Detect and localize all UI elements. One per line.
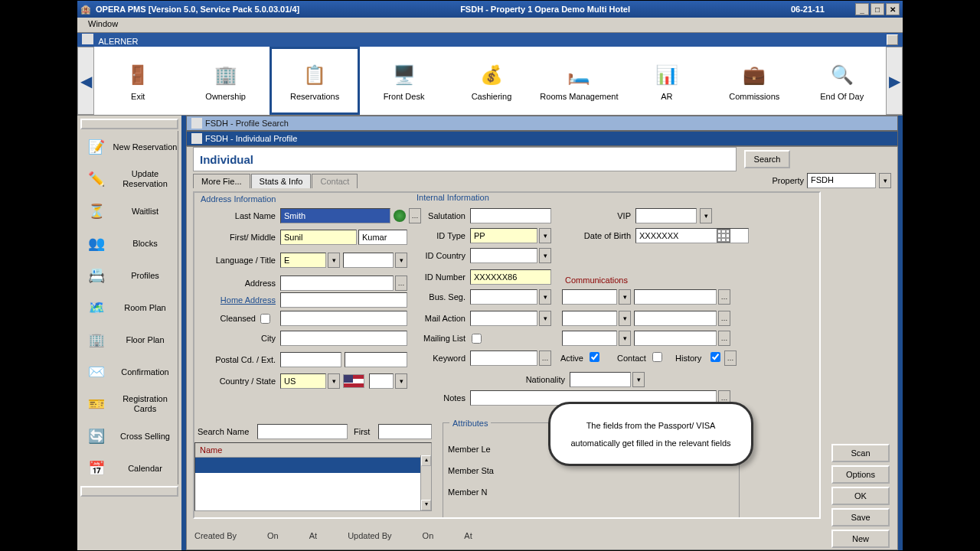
checkbox-cleansed[interactable]: [260, 314, 270, 324]
checkbox-history[interactable]: [710, 352, 720, 362]
input-comm-value1[interactable]: [634, 289, 717, 305]
input-bus-seg[interactable]: [470, 289, 537, 305]
input-vip[interactable]: [635, 208, 697, 223]
search-button[interactable]: Search: [744, 150, 790, 168]
sidebar-item-room-plan[interactable]: 🗺️Room Plan: [80, 292, 178, 324]
sidebar-item-registration-cards[interactable]: 🎫Registration Cards: [80, 388, 178, 420]
tab-contact[interactable]: Contact: [312, 174, 358, 188]
comm-type2-dropdown[interactable]: ▾: [619, 311, 631, 326]
sidebar-item-floor-plan[interactable]: 🏢Floor Plan: [80, 324, 178, 356]
maximize-button[interactable]: □: [871, 3, 884, 15]
ok-button[interactable]: OK: [831, 487, 890, 505]
nav-item-rooms-management[interactable]: 🛏️Rooms Management: [535, 47, 622, 115]
input-language[interactable]: [280, 253, 326, 268]
comm3-more[interactable]: …: [718, 331, 730, 346]
input-address[interactable]: [280, 276, 394, 291]
sidebar-item-profiles[interactable]: 📇Profiles: [80, 259, 178, 292]
input-postal[interactable]: [280, 352, 341, 367]
id-country-dropdown[interactable]: ▾: [539, 248, 551, 263]
input-state[interactable]: [369, 373, 394, 389]
scrollbar[interactable]: ▴ ▾: [420, 455, 431, 510]
comm-type3-dropdown[interactable]: ▾: [619, 331, 631, 346]
menu-window[interactable]: Window: [83, 18, 122, 30]
input-id-number[interactable]: [470, 269, 551, 285]
nav-item-front-desk[interactable]: 🖥️Front Desk: [360, 47, 447, 115]
nav-item-commissions[interactable]: 💼Commissions: [710, 47, 798, 115]
sidebar-item-update-reservation[interactable]: ✏️Update Reservation: [80, 163, 178, 195]
comm-type1-dropdown[interactable]: ▾: [619, 289, 631, 305]
input-id-country[interactable]: [470, 248, 537, 263]
input-first[interactable]: [280, 230, 357, 245]
history-more[interactable]: …: [724, 350, 737, 366]
nav-item-reservations[interactable]: 📋Reservations: [270, 47, 360, 115]
nav-item-cashiering[interactable]: 💰Cashiering: [448, 47, 535, 115]
language-dropdown[interactable]: ▾: [328, 253, 340, 268]
tab-stats-info[interactable]: Stats & Info: [251, 174, 312, 188]
checkbox-contact[interactable]: [652, 352, 662, 362]
country-dropdown[interactable]: ▾: [328, 373, 340, 389]
input-comm-type1[interactable]: [562, 289, 617, 305]
options-button[interactable]: Options: [831, 465, 890, 484]
input-country[interactable]: [280, 373, 326, 389]
checkbox-mailing-list[interactable]: [472, 334, 482, 344]
table-row[interactable]: [195, 488, 431, 504]
address-more[interactable]: …: [395, 276, 407, 291]
globe-icon[interactable]: [394, 210, 406, 222]
input-comm-type2[interactable]: [562, 311, 617, 326]
sidebar-item-waitlist[interactable]: ⏳Waitlist: [80, 195, 178, 227]
new-button[interactable]: New: [831, 530, 890, 548]
input-comm-value2[interactable]: [634, 311, 717, 326]
nav-item-end-of-day[interactable]: 🔍End Of Day: [799, 47, 886, 115]
input-cleansed[interactable]: [280, 311, 407, 326]
input-keyword[interactable]: [470, 350, 537, 366]
input-search-first[interactable]: [378, 424, 432, 439]
property-dropdown[interactable]: ▾: [879, 173, 891, 188]
sidebar-item-new-reservation[interactable]: 📝New Reservation: [80, 131, 178, 163]
input-home-address[interactable]: [280, 292, 407, 308]
sidebar-scroll-down[interactable]: [80, 486, 178, 497]
sidebar-item-calendar[interactable]: 📅Calendar: [80, 452, 178, 484]
sidebar-item-confirmation[interactable]: ✉️Confirmation: [80, 356, 178, 388]
input-search-name[interactable]: [257, 424, 348, 439]
property-field[interactable]: FSDH: [807, 173, 876, 188]
checkbox-active[interactable]: [590, 352, 599, 362]
tab-individual-profile[interactable]: FSDH - Individual Profile: [186, 131, 898, 146]
tab-profile-search[interactable]: FSDH - Profile Search: [186, 116, 898, 131]
calendar-icon[interactable]: [717, 229, 730, 243]
input-comm-value3[interactable]: [634, 331, 717, 346]
input-nationality[interactable]: [570, 372, 631, 387]
input-middle[interactable]: [358, 230, 407, 245]
nav-item-ownership[interactable]: 🏢Ownership: [181, 47, 269, 115]
vip-dropdown[interactable]: ▾: [700, 208, 712, 223]
input-mail-action[interactable]: [470, 311, 537, 326]
subheader-maximize[interactable]: [887, 34, 898, 45]
input-title[interactable]: [343, 253, 394, 268]
sidebar-item-blocks[interactable]: 👥Blocks: [80, 227, 178, 259]
minimize-button[interactable]: _: [855, 3, 869, 15]
nav-arrow-left[interactable]: ◀: [77, 47, 94, 115]
bus-seg-dropdown[interactable]: ▾: [539, 289, 551, 305]
mail-action-dropdown[interactable]: ▾: [539, 311, 551, 326]
title-dropdown[interactable]: ▾: [395, 253, 407, 268]
nationality-dropdown[interactable]: ▾: [632, 372, 645, 387]
id-type-dropdown[interactable]: ▾: [539, 228, 551, 243]
table-row-selected[interactable]: [195, 458, 431, 473]
tab-more-fields[interactable]: More Fie...: [193, 174, 250, 188]
nav-item-exit[interactable]: 🚪Exit: [94, 47, 181, 115]
comm1-more[interactable]: …: [718, 289, 730, 305]
label-home-address[interactable]: Home Address: [199, 295, 276, 305]
input-postal-ext[interactable]: [345, 352, 407, 367]
table-row[interactable]: [195, 473, 431, 488]
sidebar-item-cross-selling[interactable]: 🔄Cross Selling: [80, 420, 178, 452]
save-button[interactable]: Save: [831, 508, 890, 527]
keyword-more[interactable]: …: [539, 350, 551, 366]
input-id-type[interactable]: [470, 228, 537, 243]
scan-button[interactable]: Scan: [831, 444, 890, 462]
sidebar-scroll-up[interactable]: [80, 119, 178, 129]
input-comm-type3[interactable]: [562, 331, 617, 346]
comm2-more[interactable]: …: [718, 311, 730, 326]
nav-item-ar[interactable]: 📊AR: [623, 47, 710, 115]
input-lastname[interactable]: [280, 208, 390, 223]
state-dropdown[interactable]: ▾: [395, 373, 407, 389]
input-city[interactable]: [280, 331, 407, 346]
